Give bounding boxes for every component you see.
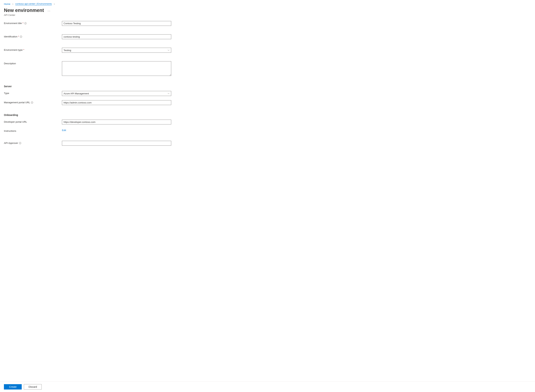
description-textarea[interactable]: [62, 61, 171, 76]
management-portal-url-input[interactable]: [62, 100, 171, 105]
info-icon[interactable]: [31, 101, 33, 104]
api-approver-input[interactable]: [62, 141, 171, 146]
identification-input[interactable]: [62, 34, 171, 39]
breadcrumb-home[interactable]: Home: [4, 3, 10, 5]
environment-type-value: Testing: [64, 49, 71, 52]
instructions-label: Instructions: [4, 129, 62, 132]
instructions-edit-link[interactable]: Edit: [62, 129, 66, 131]
environment-title-input[interactable]: [62, 21, 171, 26]
svg-rect-4: [21, 36, 21, 37]
chevron-down-icon: [167, 92, 170, 94]
breadcrumb: Home contoso-api-center | Environments: [4, 3, 531, 5]
required-indicator: *: [23, 22, 23, 25]
server-section-title: Server: [4, 85, 175, 88]
description-label: Description: [4, 61, 62, 65]
server-type-value: Azure API Management: [64, 92, 89, 95]
environment-type-select[interactable]: Testing: [62, 48, 171, 53]
info-icon[interactable]: [24, 22, 27, 25]
environment-title-label: Environment title *: [4, 21, 62, 25]
info-icon[interactable]: [20, 35, 22, 38]
management-portal-url-label: Management portal URL: [4, 100, 62, 104]
chevron-down-icon: [167, 49, 170, 51]
svg-rect-10: [20, 143, 20, 144]
developer-portal-url-input[interactable]: [62, 120, 171, 124]
footer-actions: Create Discard: [0, 382, 535, 392]
developer-portal-url-label: Developer portal URL: [4, 120, 62, 123]
server-type-label: Type: [4, 91, 62, 94]
breadcrumb-resource[interactable]: contoso-api-center | Environments: [15, 3, 52, 5]
server-type-select[interactable]: Azure API Management: [62, 91, 171, 96]
identification-label: Identification *: [4, 34, 62, 38]
page-title: New environment: [4, 8, 44, 13]
more-actions-button[interactable]: ···: [47, 9, 50, 13]
discard-button[interactable]: Discard: [24, 384, 42, 389]
environment-type-label: Environment type *: [4, 48, 62, 51]
svg-rect-11: [20, 142, 20, 143]
svg-rect-8: [32, 102, 32, 102]
required-indicator: *: [23, 49, 24, 51]
svg-rect-7: [32, 102, 32, 103]
chevron-right-icon: [53, 3, 55, 5]
onboarding-section-title: Onboarding: [4, 114, 175, 117]
create-button[interactable]: Create: [4, 384, 22, 389]
info-icon[interactable]: [19, 142, 21, 144]
page-subtitle: API Center: [4, 14, 531, 16]
api-approver-label: API Approver: [4, 141, 62, 144]
required-indicator: *: [18, 35, 19, 38]
chevron-right-icon: [12, 3, 14, 5]
